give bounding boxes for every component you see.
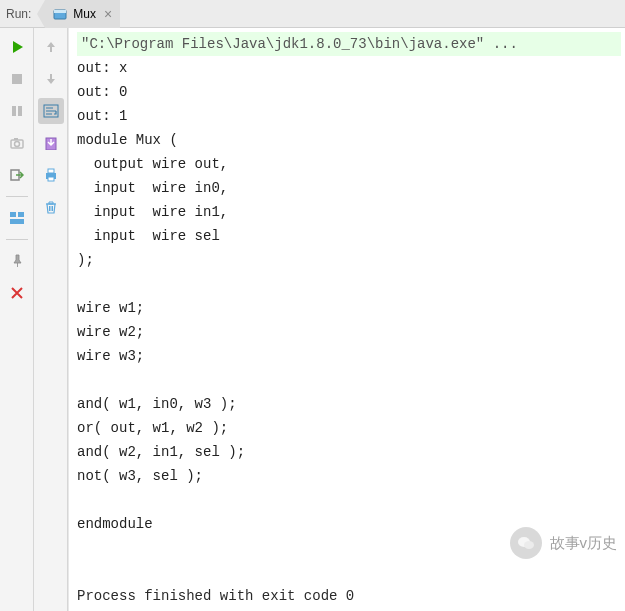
- arrow-down-button: [38, 66, 64, 92]
- separator: [6, 239, 28, 240]
- output-line: and( w1, in0, w3 );: [77, 392, 621, 416]
- output-line: module Mux (: [77, 128, 621, 152]
- output-line: [77, 560, 621, 584]
- soft-wrap-button[interactable]: [38, 98, 64, 124]
- output-line: input wire sel: [77, 224, 621, 248]
- output-line: );: [77, 248, 621, 272]
- trash-button[interactable]: [38, 194, 64, 220]
- camera-button: [4, 130, 30, 156]
- watermark: 故事v历史: [510, 527, 618, 559]
- output-line: input wire in1,: [77, 200, 621, 224]
- run-button[interactable]: [4, 34, 30, 60]
- exit-button[interactable]: [4, 162, 30, 188]
- output-line: not( w3, sel );: [77, 464, 621, 488]
- run-tab[interactable]: Mux ×: [45, 0, 120, 28]
- svg-rect-15: [48, 169, 54, 173]
- output-line: wire w3;: [77, 344, 621, 368]
- main-area: "C:\Program Files\Java\jdk1.8.0_73\bin\j…: [0, 28, 625, 611]
- pin-button[interactable]: [4, 248, 30, 274]
- svg-rect-3: [12, 106, 16, 116]
- output-body: out: xout: 0out: 1module Mux ( output wi…: [77, 56, 621, 584]
- separator: [6, 196, 28, 197]
- output-line: [77, 272, 621, 296]
- output-line: [77, 368, 621, 392]
- svg-rect-10: [18, 212, 24, 217]
- close-panel-button[interactable]: [4, 280, 30, 306]
- header-bar: Run: Mux ×: [0, 0, 625, 28]
- svg-point-18: [524, 541, 534, 549]
- svg-point-6: [14, 142, 19, 147]
- svg-rect-9: [10, 212, 16, 217]
- arrow-up-button: [38, 34, 64, 60]
- export-button[interactable]: [38, 130, 64, 156]
- output-line: wire w1;: [77, 296, 621, 320]
- stop-button: [4, 66, 30, 92]
- svg-rect-1: [54, 10, 66, 13]
- output-line: input wire in0,: [77, 176, 621, 200]
- tab-title: Mux: [73, 7, 96, 21]
- svg-rect-11: [10, 219, 24, 224]
- output-line: [77, 488, 621, 512]
- toolbar-col-2: [34, 28, 68, 611]
- console-output[interactable]: "C:\Program Files\Java\jdk1.8.0_73\bin\j…: [68, 28, 625, 611]
- svg-rect-2: [12, 74, 22, 84]
- layout-button[interactable]: [4, 205, 30, 231]
- watermark-text: 故事v历史: [550, 534, 618, 553]
- app-icon: [53, 7, 67, 21]
- output-line: out: 1: [77, 104, 621, 128]
- command-line: "C:\Program Files\Java\jdk1.8.0_73\bin\j…: [77, 32, 621, 56]
- svg-rect-7: [14, 138, 18, 140]
- output-line: wire w2;: [77, 320, 621, 344]
- print-button[interactable]: [38, 162, 64, 188]
- svg-rect-16: [48, 177, 54, 181]
- output-line: and( w2, in1, sel );: [77, 440, 621, 464]
- output-line: out: x: [77, 56, 621, 80]
- wechat-logo-icon: [510, 527, 542, 559]
- pause-button: [4, 98, 30, 124]
- exit-code-line: Process finished with exit code 0: [77, 584, 621, 608]
- close-icon[interactable]: ×: [104, 7, 112, 21]
- svg-rect-4: [18, 106, 22, 116]
- toolbar-col-1: [0, 28, 34, 611]
- run-label: Run:: [0, 7, 41, 21]
- output-line: output wire out,: [77, 152, 621, 176]
- output-line: out: 0: [77, 80, 621, 104]
- output-line: or( out, w1, w2 );: [77, 416, 621, 440]
